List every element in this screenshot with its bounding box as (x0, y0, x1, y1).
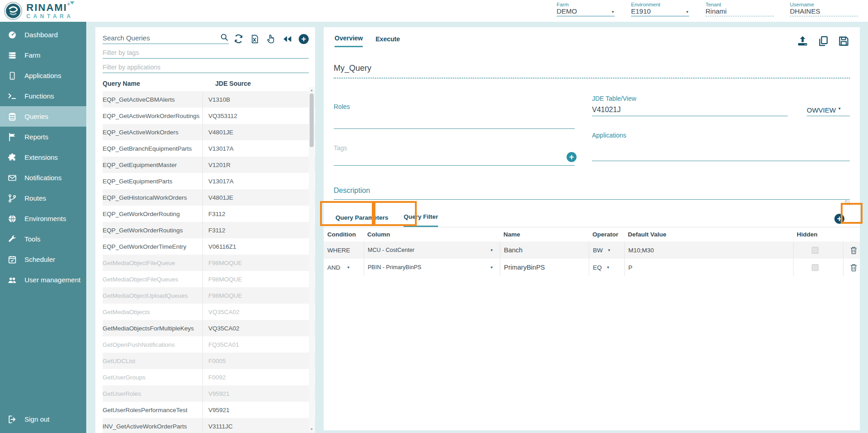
sidebar-item-tools[interactable]: Tools (0, 229, 86, 249)
query-name-cell: EQP_GetHistoricalWorkOrders (103, 194, 202, 201)
roles-field[interactable]: Roles (334, 103, 575, 129)
delete-row-button[interactable] (843, 259, 860, 276)
filter-by-applications-input[interactable]: Filter by applications (103, 61, 309, 73)
sidebar-item-reports[interactable]: Reports (0, 127, 86, 147)
query-list-row[interactable]: EQP_GetBranchEquipmentParts V13017A (103, 140, 315, 157)
query-list-row[interactable]: EQP_GetWorkOrderTimeEntry V06116Z1 (103, 238, 315, 255)
chevron-down-icon: ▼ (611, 10, 615, 14)
jde-table-value[interactable]: V41021J (592, 106, 788, 116)
sidebar-item-notifications[interactable]: Notifications (0, 167, 86, 188)
filter-table-body: WHERE▼ MCU - CostCenter▼ Banch BW▼ M10;M… (324, 241, 860, 276)
sidebar-item-extensions[interactable]: Extensions (0, 147, 86, 167)
search-icon[interactable] (220, 33, 229, 42)
tags-field[interactable]: Tags + (334, 144, 575, 166)
query-list-row[interactable]: EQP_GetEquipmentParts V13017A (103, 173, 315, 189)
query-list-row[interactable]: INV_GetActiveWorkOrderParts V3111JC (103, 418, 315, 433)
query-list-row[interactable]: EQP_GetEquipmentMaster V1201R (103, 157, 315, 173)
query-list-row[interactable]: EQP_GetActiveCBMAlerts V1310B (103, 91, 315, 108)
hand-pointer-icon[interactable] (266, 34, 276, 44)
upload-icon[interactable] (796, 34, 809, 47)
query-list-row[interactable]: GetMediaObjectFileQueue F98MOQUE (103, 255, 315, 271)
tab-overview[interactable]: Overview (335, 34, 363, 47)
sidebar-item-scheduler[interactable]: Scheduler (0, 249, 86, 270)
add-tag-icon[interactable]: + (567, 152, 577, 162)
column-value: PBIN - PrimaryBinPS (368, 264, 421, 271)
jde-table-field[interactable]: JDE Table/View V41021J (592, 90, 788, 116)
query-list-row[interactable]: GetUserGroups F0092 (103, 369, 315, 385)
tenant-field: Tenant Rinami (705, 2, 774, 16)
scrollbar-thumb[interactable] (310, 93, 314, 147)
resize-grip-icon[interactable] (845, 200, 850, 205)
jde-view-select[interactable]: OWVIEW ▼ (807, 106, 850, 116)
query-list-row[interactable]: GetOpenPushNotifications FQ35CA01 (103, 336, 315, 353)
farm-label: Farm (557, 2, 615, 7)
column-column-header: Column (364, 231, 500, 238)
query-list-scrollbar[interactable]: ▲ ▼ (309, 87, 315, 432)
chevron-down-icon: ▼ (607, 248, 611, 252)
default-value-cell[interactable]: M10;M30 (624, 241, 793, 259)
scroll-up-icon[interactable]: ▲ (309, 89, 315, 92)
tab-execute[interactable]: Execute (375, 35, 400, 47)
excel-export-icon[interactable] (250, 34, 260, 44)
applications-field[interactable]: Applications (592, 132, 850, 161)
sidebar-item-farm[interactable]: Farm (0, 45, 86, 65)
query-list-row[interactable]: GetMediaObjectsForMultipleKeys VQ35CA02 (103, 320, 315, 336)
condition-cell[interactable]: WHERE▼ (324, 241, 364, 259)
refresh-icon[interactable] (233, 34, 244, 44)
chevron-down-icon: ▼ (490, 266, 493, 270)
sidebar-item-functions[interactable]: Functions (0, 86, 86, 106)
hidden-checkbox[interactable] (812, 264, 819, 271)
operator-select[interactable]: BW▼ (589, 241, 624, 259)
query-list-row[interactable]: GetUserRoles V95921 (103, 385, 315, 402)
sidebar-item-sign-out[interactable]: Sign out (0, 409, 86, 429)
signout-icon (7, 414, 17, 424)
sidebar-item-applications[interactable]: Applications (0, 65, 86, 86)
add-filter-icon[interactable]: + (834, 214, 844, 224)
jde-source-cell: F3112 (202, 206, 315, 222)
app-root: RINAMI® CANTARA Farm DEMO ▼ Environment … (0, 0, 868, 433)
default-value-cell[interactable]: P (624, 259, 793, 276)
tab-query-parameters[interactable]: Query Parameters (335, 214, 388, 226)
environment-select[interactable]: Environment E1910 ▼ (631, 2, 689, 16)
hidden-checkbox[interactable] (812, 247, 819, 254)
query-list-row[interactable]: GetMediaObjectUploadQueues F98MOQUE (103, 287, 315, 304)
search-input[interactable]: Search Queries (103, 33, 229, 44)
column-value: MCU - CostCenter (368, 247, 414, 253)
description-field[interactable]: Description (334, 187, 850, 200)
sidebar-item-queries[interactable]: Queries (0, 106, 86, 127)
query-list-row[interactable]: EQP_GetHistoricalWorkOrders V4801JE (103, 189, 315, 206)
query-list-row[interactable]: GetUDCList F0005 (103, 353, 315, 369)
name-cell[interactable]: PrimaryBinPS (500, 259, 589, 276)
operator-select[interactable]: EQ▼ (589, 259, 624, 276)
sidebar-item-dashboard[interactable]: Dashboard (0, 25, 86, 45)
sidebar-item-user-management[interactable]: User management (0, 270, 86, 290)
tab-query-filter[interactable]: Query Filter (404, 213, 438, 227)
query-list-row[interactable]: GetUserRolesPerformanceTest V95921 (103, 402, 315, 418)
query-list-row[interactable]: EQP_GetWorkOrderRoutings F3112 (103, 222, 315, 238)
copy-icon[interactable] (817, 35, 829, 47)
query-list-row[interactable]: GetMediaObjects VQ35CA02 (103, 304, 315, 320)
farm-icon (7, 50, 17, 60)
add-query-icon[interactable]: + (299, 34, 309, 44)
condition-cell[interactable]: AND▼ (324, 259, 364, 276)
column-select[interactable]: PBIN - PrimaryBinPS▼ (364, 259, 500, 276)
jde-source-cell: V4801JE (202, 124, 315, 140)
name-cell[interactable]: Banch (500, 241, 589, 259)
query-list-row[interactable]: EQP_GetActiveWorkOrders V4801JE (103, 124, 315, 140)
save-icon[interactable] (838, 35, 850, 47)
sidebar-item-routes[interactable]: Routes (0, 188, 86, 208)
filter-by-tags-input[interactable]: Filter by tags (103, 47, 309, 59)
jde-source-cell: VQ35CA02 (202, 304, 315, 320)
sidebar-item-environments[interactable]: Environments (0, 208, 86, 229)
query-list-row[interactable]: EQP_GetWorkOrderRouting F3112 (103, 206, 315, 222)
delete-row-button[interactable] (843, 241, 860, 259)
query-name-input[interactable]: My_Query (334, 64, 850, 79)
rewind-icon[interactable] (282, 34, 293, 44)
farm-select[interactable]: Farm DEMO ▼ (557, 2, 615, 16)
query-name-cell: EQP_GetActiveCBMAlerts (103, 96, 202, 103)
sidebar-item-label: Sign out (25, 415, 49, 423)
query-list-row[interactable]: GetMediaObjectFileQueues F98MOQUE (103, 271, 315, 287)
scroll-down-icon[interactable]: ▼ (309, 428, 315, 431)
column-select[interactable]: MCU - CostCenter▼ (364, 241, 500, 259)
query-list-row[interactable]: EQP_GetActiveWorkOrderRoutings VQ353112 (103, 108, 315, 124)
